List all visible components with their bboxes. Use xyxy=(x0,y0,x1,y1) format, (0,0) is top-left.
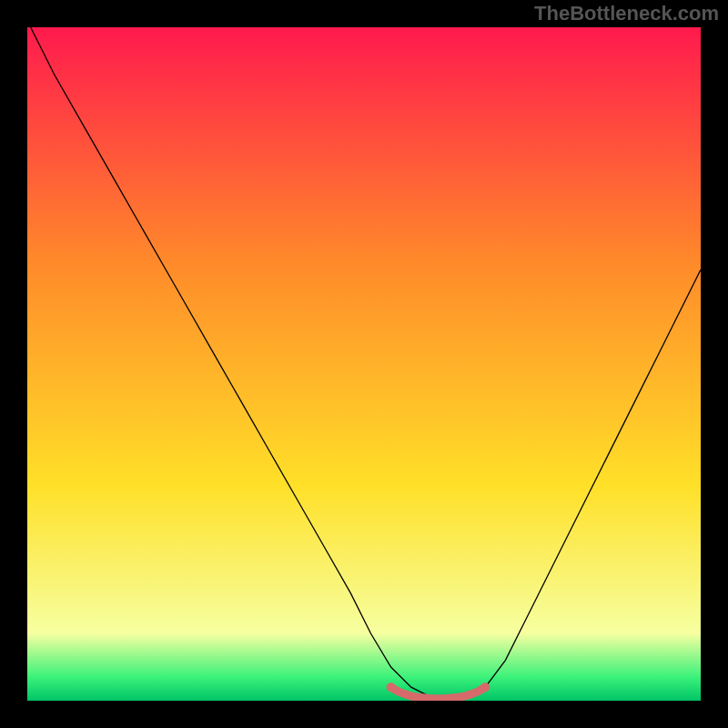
plot-area xyxy=(27,27,701,701)
watermark-text: TheBottleneck.com xyxy=(534,2,719,25)
marker-dot-left xyxy=(387,682,396,692)
chart-svg xyxy=(27,27,701,701)
gradient-background xyxy=(27,27,701,701)
chart-frame: TheBottleneck.com xyxy=(0,0,728,728)
marker-dot-right xyxy=(480,682,490,692)
